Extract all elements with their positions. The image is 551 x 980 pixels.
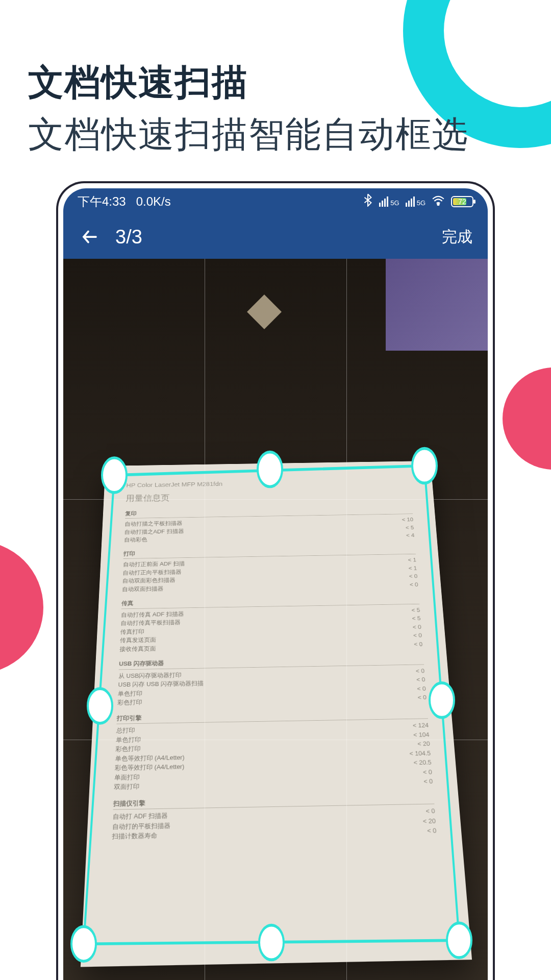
phone-frame: 下午4:33 0.0K/s 5G (56, 181, 495, 980)
detected-document: HP Color LaserJet MFP M281fdn 用量信息页 复印自动… (81, 461, 472, 967)
document-header-2: 用量信息页 (126, 488, 412, 504)
decorative-pink-circle-right (503, 368, 551, 470)
grid-line (346, 259, 347, 980)
bluetooth-icon (363, 193, 373, 210)
status-bar: 下午4:33 0.0K/s 5G (63, 188, 488, 215)
document-section: 打印引擎总打印< 124单色打印< 104彩色打印< 20单色等效打印 (A4/… (114, 708, 433, 792)
grid-line (205, 259, 205, 980)
grid-line (63, 740, 488, 740)
scanner-viewport[interactable]: HP Color LaserJet MFP M281fdn 用量信息页 复印自动… (63, 259, 488, 980)
battery-icon: 72 (451, 196, 473, 207)
decorative-pink-circle-left (0, 541, 43, 674)
done-button[interactable]: 完成 (442, 227, 472, 248)
page-counter: 3/3 (115, 226, 142, 248)
document-section: 打印自动打正前面 ADF 扫描< 1自动打正向平板扫描器< 1自动双面彩色扫描器… (122, 545, 418, 594)
document-section: 传真自动打传真 ADF 扫描器< 5自动打传真平板扫描器< 5传真打印< 0传真… (119, 594, 423, 653)
marketing-headline: 文档快速扫描 文档快速扫描智能自动框选 (28, 59, 469, 159)
document-section: 复印自动打描之平板扫描器< 10自动打描之ADF 扫描器< 5自动彩色< 4 (124, 505, 415, 544)
phone-screen: 下午4:33 0.0K/s 5G (63, 188, 488, 980)
status-net-speed: 0.0K/s (136, 194, 171, 209)
document-section: USB 闪存驱动器从 USB闪存驱动器打印< 0USB 闪存 USB 闪存驱动器… (117, 654, 427, 707)
grid-line (63, 499, 488, 500)
detected-document-wrap: HP Color LaserJet MFP M281fdn 用量信息页 复印自动… (84, 407, 467, 960)
document-section: 扫描仪引擎自动打 ADF 扫描器< 0自动打的平板扫描器< 20扫描计数器寿命<… (112, 793, 437, 842)
app-bar: 3/3 完成 (63, 215, 488, 259)
signal-2-icon: 5G (406, 197, 425, 207)
back-button[interactable] (79, 226, 101, 248)
document-header-1: HP Color LaserJet MFP M281fdn (126, 477, 411, 490)
status-time: 下午4:33 (78, 193, 126, 210)
arrow-left-icon (81, 228, 99, 246)
wifi-icon (432, 194, 445, 209)
headline-title: 文档快速扫描 (28, 59, 469, 107)
camera-background-object (386, 259, 488, 351)
svg-point-0 (437, 204, 439, 205)
headline-subtitle: 文档快速扫描智能自动框选 (28, 111, 469, 159)
signal-1-icon: 5G (379, 197, 399, 207)
